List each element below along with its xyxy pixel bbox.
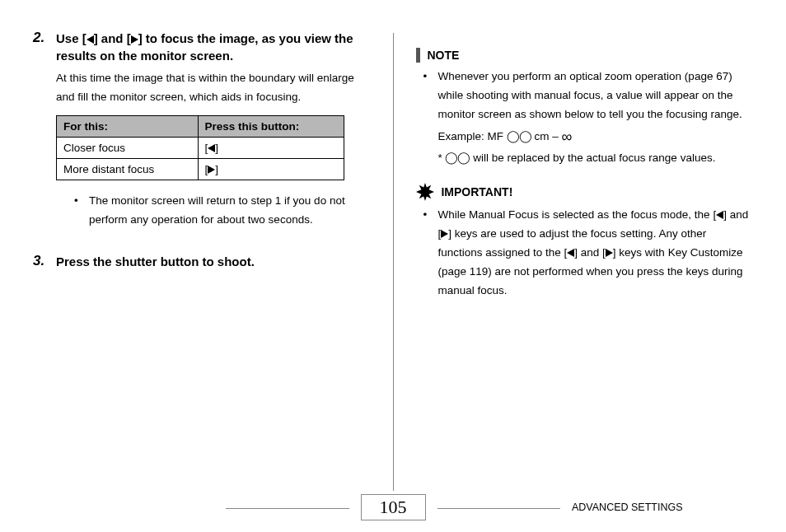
bullet-dot-icon: • bbox=[74, 192, 82, 230]
step-2: 2. Use [] and [] to focus the image, as … bbox=[33, 30, 370, 236]
triangle-left-icon bbox=[567, 249, 574, 257]
step-3-title: Press the shutter button to shoot. bbox=[56, 253, 255, 270]
infinity-icon: ∞ bbox=[562, 128, 573, 145]
starburst-icon bbox=[416, 183, 434, 201]
circle-pair-icon: ◯◯ bbox=[445, 149, 470, 168]
two-column-layout: 2. Use [] and [] to focus the image, as … bbox=[33, 30, 753, 491]
cell-left-button: [] bbox=[198, 137, 344, 158]
step-2-title: Use [] and [] to focus the image, as you… bbox=[56, 30, 370, 64]
table-header-press: Press this button: bbox=[198, 115, 344, 137]
step-3-number: 3. bbox=[33, 253, 48, 270]
circle-pair-icon: ◯◯ bbox=[507, 128, 531, 147]
note-label: NOTE bbox=[427, 49, 459, 62]
triangle-right-icon bbox=[208, 166, 215, 174]
note-bullet-body: Whenever you perform an optical zoom ope… bbox=[437, 68, 753, 168]
step-2-body: At this time the image that is within th… bbox=[56, 69, 370, 107]
note-example-line: Example: MF ◯◯ cm – ∞ bbox=[437, 130, 572, 142]
note-star-line: * ◯◯ will be replaced by the actual focu… bbox=[437, 152, 715, 164]
focus-button-table: For this: Press this button: Closer focu… bbox=[56, 115, 344, 180]
bullet-dot-icon: • bbox=[423, 68, 431, 168]
step-3: 3. Press the shutter button to shoot. bbox=[33, 253, 370, 270]
note-heading: NOTE bbox=[416, 48, 753, 63]
step-2-content: Use [] and [] to focus the image, as you… bbox=[56, 30, 370, 236]
important-heading: IMPORTANT! bbox=[416, 183, 753, 201]
step-2-note-bullet: • The monitor screen will return to step… bbox=[74, 192, 370, 230]
step-2-note-text: The monitor screen will return to step 1… bbox=[89, 192, 370, 230]
triangle-left-icon bbox=[208, 144, 215, 152]
important-label: IMPORTANT! bbox=[441, 185, 512, 198]
step-2-number: 2. bbox=[33, 30, 48, 236]
manual-page: 2. Use [] and [] to focus the image, as … bbox=[0, 0, 786, 532]
cell-distant-focus: More distant focus bbox=[57, 158, 199, 180]
footer-rule-left bbox=[226, 508, 349, 509]
triangle-left-icon bbox=[716, 211, 723, 219]
table-row: Closer focus [] bbox=[57, 137, 344, 158]
svg-marker-0 bbox=[416, 183, 434, 201]
note-bar-icon bbox=[416, 48, 420, 63]
triangle-right-icon bbox=[131, 35, 138, 44]
note-bullet: • Whenever you perform an optical zoom o… bbox=[423, 68, 753, 168]
bullet-dot-icon: • bbox=[423, 206, 431, 301]
footer-rule-right bbox=[437, 508, 561, 509]
left-column: 2. Use [] and [] to focus the image, as … bbox=[33, 30, 370, 491]
table-header-for-this: For this: bbox=[57, 115, 199, 137]
cell-closer-focus: Closer focus bbox=[57, 137, 199, 158]
triangle-right-icon bbox=[441, 230, 448, 238]
cell-right-button: [] bbox=[198, 158, 344, 180]
page-number: 105 bbox=[361, 494, 426, 520]
footer-line: 105 ADVANCED SETTINGS bbox=[33, 494, 753, 520]
important-bullet-body: While Manual Focus is selected as the fo… bbox=[437, 206, 753, 301]
footer-section-title: ADVANCED SETTINGS bbox=[572, 502, 753, 513]
column-divider bbox=[393, 33, 394, 491]
right-column: NOTE • Whenever you perform an optical z… bbox=[416, 30, 753, 491]
triangle-right-icon bbox=[606, 249, 613, 257]
important-bullet: • While Manual Focus is selected as the … bbox=[423, 206, 753, 301]
page-footer: 105 ADVANCED SETTINGS bbox=[33, 494, 753, 520]
triangle-left-icon bbox=[87, 35, 94, 44]
table-row: More distant focus [] bbox=[57, 158, 344, 180]
